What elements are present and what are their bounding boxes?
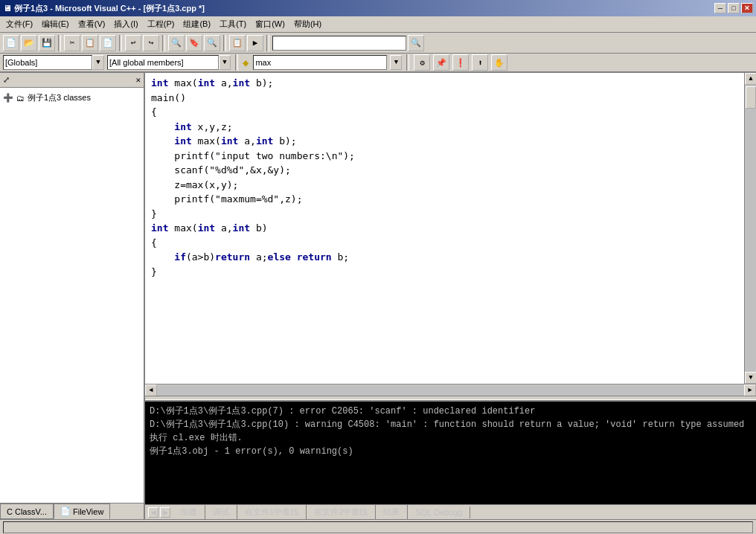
btn-sym3[interactable]: ❗	[452, 54, 469, 71]
menu-build[interactable]: 组建(B)	[179, 17, 215, 31]
btn-open[interactable]: 📂	[21, 35, 37, 51]
btn-copy[interactable]: 📋	[82, 35, 98, 51]
members-combo[interactable]	[107, 55, 219, 70]
debug-tab-label: 调试	[213, 506, 229, 518]
btn-find[interactable]: 🔍	[204, 35, 220, 51]
scroll-up-btn[interactable]: ▲	[745, 73, 756, 85]
main-area: ⤢ ✕ ➕ 🗂 例子1点3 classes C ClassV... 📄 File…	[0, 73, 756, 519]
classview-icon: C	[7, 507, 13, 516]
sqldebug-tab-label: SQL Debugg	[415, 508, 462, 517]
menu-edit[interactable]: 编辑(E)	[37, 17, 74, 31]
btn-sym5[interactable]: ✋	[491, 54, 507, 71]
btn-save[interactable]: 💾	[39, 35, 55, 51]
left-panel-content: ➕ 🗂 例子1点3 classes	[0, 88, 144, 503]
build-tab-label: 组建	[181, 506, 197, 518]
title-text: 🖥 例子1点3 - Microsoft Visual C++ - [例子1点3.…	[3, 3, 205, 14]
menu-insert[interactable]: 插入(I)	[109, 17, 142, 31]
menu-file[interactable]: 文件(F)	[1, 17, 37, 31]
tree-expand-icon: ➕	[3, 93, 13, 103]
title-bar: 🖥 例子1点3 - Microsoft Visual C++ - [例子1点3.…	[0, 0, 756, 16]
btn-sym1[interactable]: ⚙	[414, 54, 430, 71]
hscroll-track	[157, 385, 744, 396]
tab-results[interactable]: 结果	[376, 505, 408, 519]
output-line-1: D:\例子1点3\例子1点3.cpp(7) : error C2065: 'sc…	[150, 405, 752, 418]
btn-compile[interactable]: 📋	[229, 35, 246, 51]
app-icon: 🖥	[3, 4, 11, 13]
left-panel-header: ⤢ ✕	[0, 73, 144, 88]
sep7	[406, 54, 409, 71]
menu-bar: 文件(F) 编辑(E) 查看(V) 插入(I) 工程(P) 组建(B) 工具(T…	[0, 16, 756, 33]
tab-classview[interactable]: C ClassV...	[0, 504, 54, 519]
maximize-button[interactable]: □	[728, 3, 740, 13]
output-line-2: D:\例子1点3\例子1点3.cpp(10) : warning C4508: …	[150, 418, 752, 431]
left-panel-tabs: C ClassV... 📄 FileView	[0, 503, 144, 519]
toolbar-row2: ▼ ▼ ◆ ▼ ⚙ 📌 ❗ ⬆ ✋	[0, 54, 756, 73]
tab-debug[interactable]: 调试	[205, 505, 237, 519]
sep4	[223, 35, 226, 51]
scroll-down-btn[interactable]: ▼	[745, 372, 756, 384]
tab-find1[interactable]: 在文件1中查找	[237, 505, 307, 519]
globals-combo-group: ▼	[3, 55, 104, 70]
code-editor[interactable]: int max(int a,int b); main() { int x,y,z…	[145, 73, 744, 384]
editor-vscrollbar[interactable]: ▲ ▼	[744, 73, 756, 384]
symbol-combo-arrow[interactable]: ▼	[390, 55, 402, 70]
tree-item-classes[interactable]: ➕ 🗂 例子1点3 classes	[3, 91, 141, 105]
menu-tools[interactable]: 工具(T)	[215, 17, 251, 31]
output-content: D:\例子1点3\例子1点3.cpp(7) : error C2065: 'sc…	[145, 402, 756, 504]
menu-project[interactable]: 工程(P)	[143, 17, 179, 31]
btn-sym2[interactable]: 📌	[433, 54, 449, 71]
btn-sym4[interactable]: ⬆	[472, 54, 488, 71]
globals-combo-arrow[interactable]: ▼	[92, 55, 104, 70]
title-buttons: ─ □ ✕	[714, 3, 753, 13]
globals-combo[interactable]	[3, 55, 92, 70]
toolbar-row1: 📄 📂 💾 ✂ 📋 📄 ↩ ↪ 🔍 🔖 🔍 📋 ▶ 🔍	[0, 33, 756, 54]
hscroll-left-btn[interactable]: ◄	[145, 385, 157, 396]
output-tab-controls: ◀ ▶	[145, 507, 173, 518]
sep1	[58, 35, 61, 51]
menu-window[interactable]: 窗口(W)	[251, 17, 289, 31]
fileview-label: FileView	[73, 507, 103, 516]
find1-tab-label: 在文件1中查找	[245, 506, 298, 518]
tree-item-label: 例子1点3 classes	[28, 92, 91, 103]
left-panel: ⤢ ✕ ➕ 🗂 例子1点3 classes C ClassV... 📄 File…	[0, 73, 145, 519]
btn-search[interactable]: 🔍	[168, 35, 185, 51]
scroll-track	[745, 85, 756, 372]
menu-help[interactable]: 帮助(H)	[289, 17, 326, 31]
output-panel: D:\例子1点3\例子1点3.cpp(7) : error C2065: 'sc…	[145, 400, 756, 519]
sep3	[162, 35, 165, 51]
sep5	[266, 35, 269, 51]
results-tab-label: 结果	[383, 506, 400, 518]
tab-fileview[interactable]: 📄 FileView	[54, 504, 110, 519]
minimize-button[interactable]: ─	[714, 3, 726, 13]
close-button[interactable]: ✕	[741, 3, 753, 13]
tab-find2[interactable]: 在文件2中查找	[307, 505, 376, 519]
btn-redo[interactable]: ↪	[143, 35, 159, 51]
output-tabs: ◀ ▶ 组建 调试 在文件1中查找 在文件2中查找 结果	[145, 504, 756, 519]
btn-paste[interactable]: 📄	[100, 35, 116, 51]
output-line-3: 执行 cl.exe 时出错.	[150, 431, 752, 445]
btn-bookmark[interactable]: 🔖	[186, 35, 202, 51]
members-combo-arrow[interactable]: ▼	[219, 55, 231, 70]
btn-new[interactable]: 📄	[3, 35, 19, 51]
fileview-icon: 📄	[60, 506, 71, 516]
editor-hscrollbar[interactable]: ◄ ►	[145, 384, 756, 396]
output-ctrl-btn2[interactable]: ▶	[160, 507, 170, 518]
classview-label: ClassV...	[15, 507, 47, 516]
btn-cut[interactable]: ✂	[64, 35, 80, 51]
members-combo-group: ▼	[107, 55, 231, 70]
btn-combo-action[interactable]: 🔍	[408, 35, 424, 51]
output-ctrl-btn1[interactable]: ◀	[148, 507, 158, 518]
menu-view[interactable]: 查看(V)	[74, 17, 110, 31]
toolbar-combo[interactable]	[272, 36, 406, 51]
max-symbol-icon: ◆	[243, 57, 249, 69]
btn-undo[interactable]: ↩	[125, 35, 141, 51]
btn-run[interactable]: ▶	[247, 35, 263, 51]
symbol-combo[interactable]	[253, 55, 387, 70]
sep2	[119, 35, 122, 51]
hscroll-right-btn[interactable]: ►	[744, 385, 756, 396]
status-main	[3, 521, 753, 533]
scroll-thumb[interactable]	[746, 86, 756, 109]
close-panel-btn[interactable]: ✕	[135, 75, 141, 85]
tab-sqldebug[interactable]: SQL Debugg	[408, 506, 470, 518]
tab-build[interactable]: 组建	[173, 505, 205, 519]
